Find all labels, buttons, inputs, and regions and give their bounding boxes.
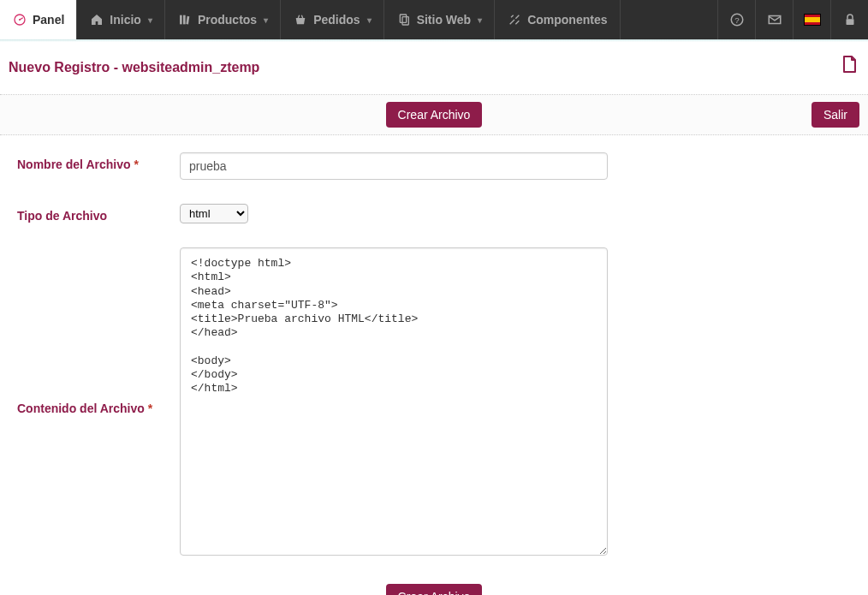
nav-tab-productos[interactable]: Productos ▾ bbox=[165, 0, 281, 39]
row-filetype: Tipo de Archivo html bbox=[9, 204, 859, 223]
svg-rect-5 bbox=[400, 15, 406, 22]
nav-tab-sitio-web[interactable]: Sitio Web ▾ bbox=[384, 0, 496, 39]
label-filetype-text: Tipo de Archivo bbox=[17, 209, 107, 223]
page-title: Nuevo Registro - websiteadmin_ztemp bbox=[9, 60, 259, 75]
nav-tab-label: Inicio bbox=[110, 13, 141, 27]
form: Nombre del Archivo * Tipo de Archivo htm… bbox=[0, 135, 868, 595]
lock-icon bbox=[842, 12, 858, 27]
label-content: Contenido del Archivo * bbox=[9, 247, 180, 415]
chevron-down-icon: ▾ bbox=[367, 15, 372, 25]
svg-rect-10 bbox=[846, 19, 853, 25]
create-file-button-top[interactable]: Crear Archivo bbox=[386, 102, 483, 128]
messages-button[interactable] bbox=[755, 0, 793, 39]
home-icon bbox=[89, 12, 104, 27]
tools-icon bbox=[507, 12, 522, 27]
content-textarea[interactable] bbox=[180, 247, 608, 556]
required-marker: * bbox=[134, 158, 138, 171]
lock-button[interactable] bbox=[830, 0, 868, 39]
nav-tab-label: Sitio Web bbox=[417, 13, 472, 27]
chevron-down-icon: ▾ bbox=[264, 15, 268, 25]
language-button[interactable] bbox=[793, 0, 830, 39]
navbar-right: ? bbox=[717, 0, 868, 39]
nav-tab-pedidos[interactable]: Pedidos ▾ bbox=[281, 0, 383, 39]
books-icon bbox=[177, 12, 193, 27]
nav-tab-label: Componentes bbox=[527, 13, 607, 27]
svg-rect-6 bbox=[402, 17, 408, 25]
svg-rect-4 bbox=[186, 16, 189, 25]
file-icon bbox=[839, 52, 859, 82]
copy-icon bbox=[396, 12, 412, 27]
label-filename-text: Nombre del Archivo bbox=[17, 158, 131, 171]
gauge-icon bbox=[12, 12, 27, 27]
control-wrap-filetype: html bbox=[180, 204, 608, 223]
required-marker: * bbox=[148, 402, 152, 415]
chevron-down-icon: ▾ bbox=[478, 15, 482, 25]
filename-input[interactable] bbox=[180, 152, 608, 180]
spain-flag-icon bbox=[804, 14, 821, 26]
nav-tab-label: Panel bbox=[33, 13, 64, 27]
label-content-text: Contenido del Archivo bbox=[17, 402, 145, 415]
svg-rect-2 bbox=[180, 15, 182, 25]
page-header: Nuevo Registro - websiteadmin_ztemp bbox=[0, 42, 868, 95]
exit-button[interactable]: Salir bbox=[812, 102, 859, 128]
create-file-button-bottom[interactable]: Crear Archivo bbox=[386, 584, 483, 595]
nav-tab-panel[interactable]: Panel bbox=[0, 0, 77, 39]
svg-point-1 bbox=[19, 19, 21, 21]
row-filename: Nombre del Archivo * bbox=[9, 152, 859, 180]
svg-rect-3 bbox=[183, 15, 186, 25]
row-content: Contenido del Archivo * bbox=[9, 247, 859, 558]
label-filename: Nombre del Archivo * bbox=[9, 152, 180, 171]
action-bar-top: Crear Archivo Salir bbox=[0, 95, 868, 135]
nav-tab-label: Pedidos bbox=[313, 13, 360, 27]
nav-tab-inicio[interactable]: Inicio ▾ bbox=[77, 0, 165, 39]
nav-tab-componentes[interactable]: Componentes bbox=[495, 0, 620, 39]
label-filetype: Tipo de Archivo bbox=[9, 204, 180, 223]
action-bar-bottom: Crear Archivo bbox=[9, 572, 859, 595]
navbar-spacer bbox=[621, 0, 718, 39]
help-icon: ? bbox=[729, 12, 745, 27]
svg-text:?: ? bbox=[734, 15, 740, 25]
top-navbar: Panel Inicio ▾ Productos ▾ Pedidos ▾ Sit… bbox=[0, 0, 868, 39]
envelope-icon bbox=[767, 12, 782, 27]
nav-tab-label: Productos bbox=[198, 13, 257, 27]
help-button[interactable]: ? bbox=[717, 0, 755, 39]
filetype-select[interactable]: html bbox=[180, 204, 248, 223]
basket-icon bbox=[293, 12, 308, 27]
control-wrap-content bbox=[180, 247, 608, 558]
control-wrap-filename bbox=[180, 152, 608, 180]
chevron-down-icon: ▾ bbox=[148, 15, 152, 25]
